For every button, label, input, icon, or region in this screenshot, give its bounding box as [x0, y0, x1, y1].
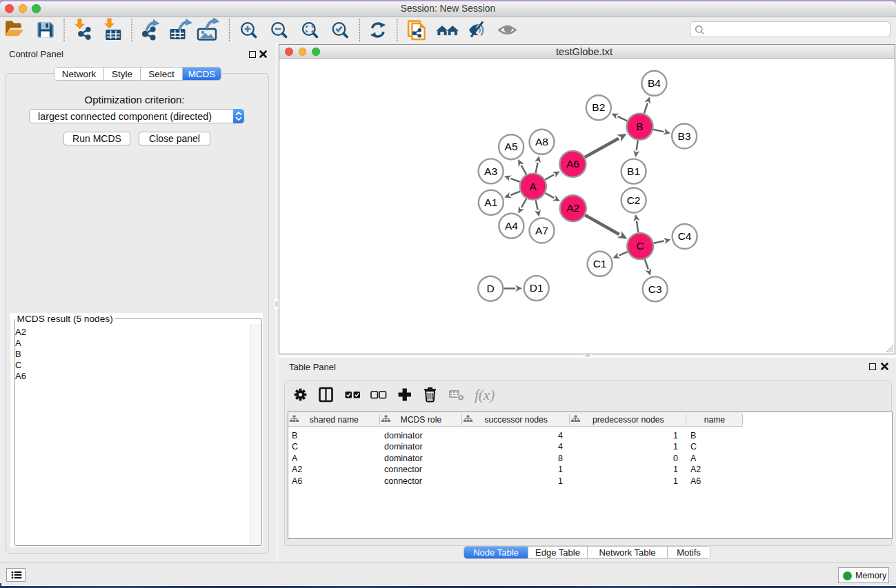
svg-text:B: B: [636, 121, 643, 132]
svg-text:A8: A8: [535, 136, 548, 148]
svg-text:C1: C1: [593, 258, 607, 270]
svg-text:D1: D1: [530, 282, 544, 294]
svg-text:A7: A7: [535, 225, 548, 236]
svg-text:B2: B2: [592, 101, 605, 113]
svg-text:A6: A6: [566, 158, 579, 170]
svg-text:A: A: [530, 181, 537, 192]
svg-text:f(x): f(x): [475, 387, 495, 403]
svg-text:C3: C3: [648, 283, 662, 295]
svg-text:C2: C2: [627, 194, 641, 206]
svg-text:B1: B1: [627, 165, 640, 177]
svg-text:A3: A3: [484, 165, 497, 177]
svg-text:A5: A5: [505, 141, 518, 152]
svg-text:A2: A2: [566, 202, 579, 214]
svg-text:B3: B3: [678, 130, 691, 142]
svg-text:C: C: [637, 240, 644, 252]
svg-text:C4: C4: [678, 230, 692, 242]
svg-text:A4: A4: [505, 220, 518, 232]
svg-text:D: D: [487, 283, 495, 294]
svg-text:A1: A1: [484, 196, 497, 208]
svg-text:B4: B4: [648, 77, 661, 89]
